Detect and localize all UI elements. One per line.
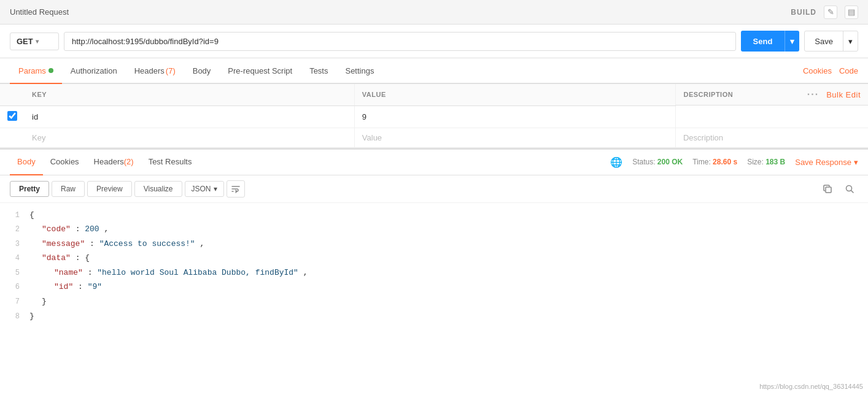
- tab-prerequest[interactable]: Pre-request Script: [219, 58, 301, 84]
- key-col-header: KEY: [25, 84, 354, 105]
- response-section: Body Cookies Headers (2) Test Results 🌐 …: [0, 148, 868, 332]
- raw-button[interactable]: Raw: [52, 181, 85, 197]
- globe-icon[interactable]: 🌐: [610, 156, 622, 168]
- code-link[interactable]: Code: [839, 66, 858, 75]
- search-icon: [845, 184, 854, 194]
- response-status-row: 🌐 Status: 200 OK Time: 28.60 s Size: 183…: [610, 156, 858, 168]
- url-bar: GET ▾ Send ▾ Save ▾: [0, 25, 868, 58]
- json-line-1: 1 {: [0, 208, 868, 223]
- wrap-icon: [231, 184, 241, 194]
- url-input[interactable]: [64, 32, 736, 51]
- placeholder-value[interactable]: Value: [354, 128, 675, 147]
- save-dropdown-icon[interactable]: ▾: [843, 31, 858, 51]
- checkbox-col-header: [0, 84, 25, 105]
- response-tab-test-results[interactable]: Test Results: [141, 150, 200, 175]
- value-col-header: VALUE: [354, 84, 675, 105]
- placeholder-desc[interactable]: Description: [675, 128, 868, 147]
- save-button[interactable]: Save ▾: [804, 31, 858, 52]
- request-tabs: Params Authorization Headers (7) Body Pr…: [0, 58, 868, 84]
- bulk-edit-button[interactable]: Bulk Edit: [826, 90, 861, 99]
- table-row: id 9: [0, 105, 868, 128]
- copy-icon: [823, 184, 832, 194]
- visualize-button[interactable]: Visualize: [134, 181, 182, 197]
- response-tab-headers[interactable]: Headers (2): [87, 150, 141, 175]
- more-options-button[interactable]: ···: [807, 89, 819, 100]
- svg-rect-0: [826, 187, 831, 193]
- params-table: KEY VALUE DESCRIPTION ··· Bulk Edit: [0, 84, 868, 148]
- search-button[interactable]: [841, 180, 858, 198]
- params-dot: [48, 68, 53, 73]
- watermark: https://blog.csdn.net/qq_36314445: [759, 383, 863, 390]
- response-tabs-row: Body Cookies Headers (2) Test Results 🌐 …: [0, 150, 868, 175]
- placeholder-key[interactable]: Key: [25, 128, 354, 147]
- page-title: Untitled Request: [10, 7, 69, 17]
- time-label: Time: 28.60 s: [692, 158, 737, 166]
- param-key-cell[interactable]: id: [25, 105, 354, 128]
- row-checkbox[interactable]: [7, 111, 17, 121]
- save-response-button[interactable]: Save Response ▾: [795, 158, 858, 167]
- json-line-5: 5 "name" : "hello world Soul Alibaba Dub…: [0, 266, 868, 280]
- top-bar: Untitled Request BUILD ✎ ▤: [0, 0, 868, 25]
- cookies-link[interactable]: Cookies: [803, 66, 832, 75]
- tab-headers[interactable]: Headers (7): [126, 58, 184, 84]
- history-icon[interactable]: ▤: [845, 6, 858, 19]
- desc-col-header: DESCRIPTION ··· Bulk Edit: [675, 84, 868, 105]
- response-tab-body[interactable]: Body: [10, 150, 43, 175]
- top-bar-right: BUILD ✎ ▤: [791, 6, 858, 19]
- copy-button[interactable]: [819, 180, 836, 198]
- tab-settings[interactable]: Settings: [336, 58, 382, 84]
- response-tab-cookies[interactable]: Cookies: [43, 150, 87, 175]
- edit-icon[interactable]: ✎: [824, 6, 837, 19]
- json-line-3: 3 "message" : "Access to success!" ,: [0, 237, 868, 251]
- method-chevron-icon: ▾: [36, 38, 39, 45]
- method-select[interactable]: GET ▾: [10, 33, 59, 50]
- tab-tests[interactable]: Tests: [301, 58, 336, 84]
- json-format-select[interactable]: JSON ▾: [185, 181, 224, 197]
- json-line-6: 6 "id" : "9": [0, 280, 868, 294]
- req-tabs-right: Cookies Code: [803, 66, 858, 75]
- param-value-cell[interactable]: 9: [354, 105, 675, 128]
- wrap-button[interactable]: [227, 180, 245, 198]
- json-viewer: 1 { 2 "code" : 200 , 3 "message" : "Acce…: [0, 203, 868, 332]
- tab-authorization[interactable]: Authorization: [62, 58, 126, 84]
- params-section: KEY VALUE DESCRIPTION ··· Bulk Edit: [0, 84, 868, 148]
- send-dropdown-icon[interactable]: ▾: [785, 31, 799, 52]
- response-toolbar: Pretty Raw Preview Visualize JSON ▾: [0, 175, 868, 203]
- json-line-4: 4 "data" : {: [0, 251, 868, 266]
- table-row-placeholder: Key Value Description: [0, 128, 868, 147]
- build-label: BUILD: [791, 8, 816, 17]
- tab-params[interactable]: Params: [10, 58, 62, 84]
- preview-button[interactable]: Preview: [87, 181, 132, 197]
- toolbar-right: [819, 180, 858, 198]
- size-label: Size: 183 B: [747, 158, 785, 166]
- param-desc-cell[interactable]: [675, 105, 868, 128]
- json-line-2: 2 "code" : 200 ,: [0, 222, 868, 237]
- json-line-7: 7 }: [0, 294, 868, 309]
- tab-body[interactable]: Body: [184, 58, 220, 84]
- save-response-dropdown-icon: ▾: [854, 158, 858, 167]
- status-label: Status: 200 OK: [632, 158, 683, 166]
- format-chevron-icon: ▾: [214, 185, 217, 193]
- send-button[interactable]: Send ▾: [741, 31, 800, 52]
- json-line-8: 8 }: [0, 309, 868, 324]
- svg-line-2: [851, 190, 854, 193]
- pretty-button[interactable]: Pretty: [10, 181, 49, 197]
